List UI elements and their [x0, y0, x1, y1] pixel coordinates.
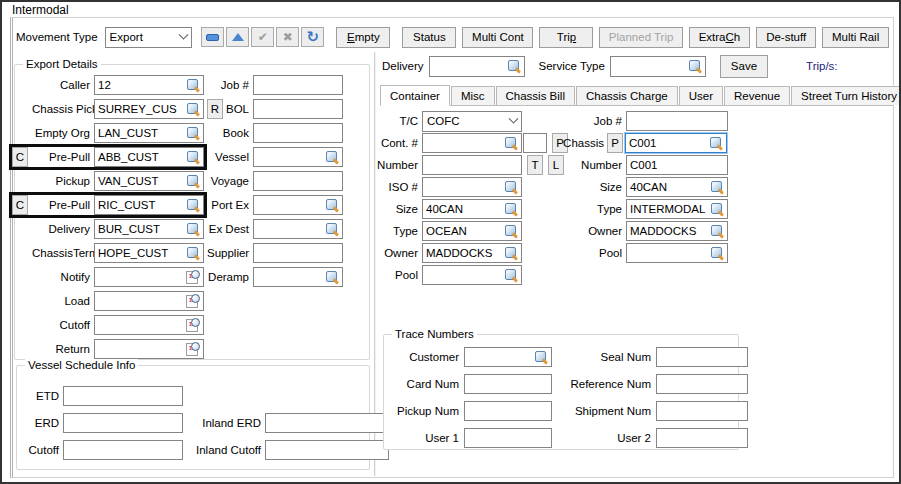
bol-field[interactable]	[253, 99, 343, 119]
tc-select[interactable]: COFC	[422, 111, 522, 132]
lookup-icon[interactable]	[711, 203, 724, 216]
multi-rail-button[interactable]: Multi Rail	[822, 27, 889, 48]
lookup-icon[interactable]	[187, 151, 200, 164]
vessel-field[interactable]	[253, 147, 343, 167]
record-bar-button[interactable]	[201, 27, 224, 47]
inland-cutoff-field[interactable]	[265, 440, 389, 460]
chassis-pick-field[interactable]: SURREY_CUS	[94, 99, 204, 119]
refresh-button[interactable]: ↻	[301, 27, 324, 47]
tab-revenue[interactable]: Revenue	[724, 86, 790, 105]
movement-type-select[interactable]: Export	[105, 27, 193, 48]
pickup-num-field[interactable]	[464, 401, 552, 421]
container-number-field[interactable]	[422, 155, 522, 175]
delivery-field[interactable]: BUR_CUST	[94, 219, 204, 239]
lookup-icon[interactable]	[187, 247, 200, 260]
container-owner-field[interactable]: MADDOCKS	[422, 243, 522, 263]
notify-field[interactable]	[94, 267, 204, 287]
lookup-icon[interactable]	[187, 199, 200, 212]
seal-num-field[interactable]	[656, 347, 748, 367]
job-field[interactable]	[253, 75, 343, 95]
container-size-field[interactable]: 40CAN	[422, 199, 522, 219]
user1-field[interactable]	[464, 428, 552, 448]
datetime-picker-icon[interactable]	[186, 270, 200, 284]
chassis-job-field[interactable]	[626, 111, 728, 131]
lookup-icon[interactable]	[505, 225, 518, 238]
shipment-num-field[interactable]	[656, 401, 748, 421]
datetime-picker-icon[interactable]	[186, 294, 200, 308]
chassis-owner-field[interactable]: MADDOCKS	[626, 221, 728, 241]
datetime-picker-icon[interactable]	[186, 342, 200, 356]
chassis-size-field[interactable]: 40CAN	[626, 177, 728, 197]
c-button[interactable]: C	[12, 147, 28, 167]
c-button[interactable]: C	[12, 195, 28, 215]
tab-user[interactable]: User	[679, 86, 723, 105]
port-ex-field[interactable]	[253, 195, 343, 215]
cont-num-check-field[interactable]	[523, 133, 547, 153]
chassis-type-field[interactable]: INTERMODAL	[626, 199, 728, 219]
lookup-icon[interactable]	[711, 181, 724, 194]
pickup-field[interactable]: VAN_CUST	[94, 171, 204, 191]
lookup-icon[interactable]	[710, 137, 723, 150]
lookup-icon[interactable]	[187, 223, 200, 236]
save-button[interactable]: Save	[720, 55, 768, 78]
tab-misc[interactable]: Misc	[451, 86, 495, 105]
inland-erd-field[interactable]	[265, 413, 389, 433]
lookup-icon[interactable]	[187, 175, 200, 188]
de-stuff-button[interactable]: De-stuff	[756, 27, 816, 48]
lookup-icon[interactable]	[535, 351, 548, 364]
user2-field[interactable]	[656, 428, 748, 448]
book-field[interactable]	[253, 123, 343, 143]
deramp-field[interactable]	[253, 267, 343, 287]
lookup-icon[interactable]	[187, 103, 200, 116]
status-button[interactable]: Status	[402, 27, 456, 48]
cutoff-field[interactable]	[94, 315, 204, 335]
pre-pull-field-1[interactable]: ABB_CUST	[94, 147, 204, 167]
lookup-icon[interactable]	[505, 269, 518, 282]
datetime-picker-icon[interactable]	[186, 318, 200, 332]
lookup-icon[interactable]	[505, 137, 518, 150]
lookup-icon[interactable]	[187, 79, 200, 92]
customer-field[interactable]	[464, 347, 552, 367]
reference-num-field[interactable]	[656, 374, 748, 394]
lookup-icon[interactable]	[187, 127, 200, 140]
load-field[interactable]	[94, 291, 204, 311]
return-field[interactable]	[94, 339, 204, 359]
lookup-icon[interactable]	[689, 60, 702, 73]
chassis-field[interactable]: C001	[625, 133, 727, 153]
supplier-field[interactable]	[253, 243, 343, 263]
lookup-icon[interactable]	[505, 181, 518, 194]
vessel-cutoff-field[interactable]	[63, 440, 183, 460]
lookup-icon[interactable]	[711, 247, 724, 260]
container-pool-field[interactable]	[422, 265, 522, 285]
tab-container[interactable]: Container	[380, 85, 450, 106]
voyage-field[interactable]	[253, 171, 343, 191]
empty-org-field[interactable]: LAN_CUST	[94, 123, 204, 143]
tab-chassis-bill[interactable]: Chassis Bill	[496, 86, 575, 105]
p-button[interactable]: P	[607, 133, 623, 153]
lookup-icon[interactable]	[326, 151, 339, 164]
lookup-icon[interactable]	[711, 225, 724, 238]
t-button[interactable]: T	[527, 155, 543, 175]
iso-field[interactable]	[422, 177, 522, 197]
extra-ch-button[interactable]: Extra Ch	[689, 27, 750, 48]
chassis-term-field[interactable]: HOPE_CUST	[94, 243, 204, 263]
delivery-header-field[interactable]	[429, 56, 525, 77]
lookup-icon[interactable]	[505, 247, 518, 260]
lookup-icon[interactable]	[508, 60, 521, 73]
multi-cont-button[interactable]: Multi Cont	[462, 27, 533, 48]
lookup-icon[interactable]	[326, 271, 339, 284]
card-num-field[interactable]	[464, 374, 552, 394]
trip-button[interactable]: Trip	[539, 27, 593, 48]
caller-field[interactable]: 12	[94, 75, 204, 95]
lookup-icon[interactable]	[505, 203, 518, 216]
chassis-pool-field[interactable]	[626, 243, 728, 263]
tab-street-turn-history[interactable]: Street Turn History	[791, 86, 901, 105]
container-type-field[interactable]: OCEAN	[422, 221, 522, 241]
collapse-up-button[interactable]	[226, 27, 249, 47]
erd-field[interactable]	[63, 413, 183, 433]
etd-field[interactable]	[63, 386, 183, 406]
pre-pull-field-2[interactable]: RIC_CUST	[94, 195, 204, 215]
cont-num-field[interactable]	[422, 133, 522, 153]
service-type-field[interactable]	[610, 56, 706, 77]
tab-chassis-charge[interactable]: Chassis Charge	[576, 86, 678, 105]
